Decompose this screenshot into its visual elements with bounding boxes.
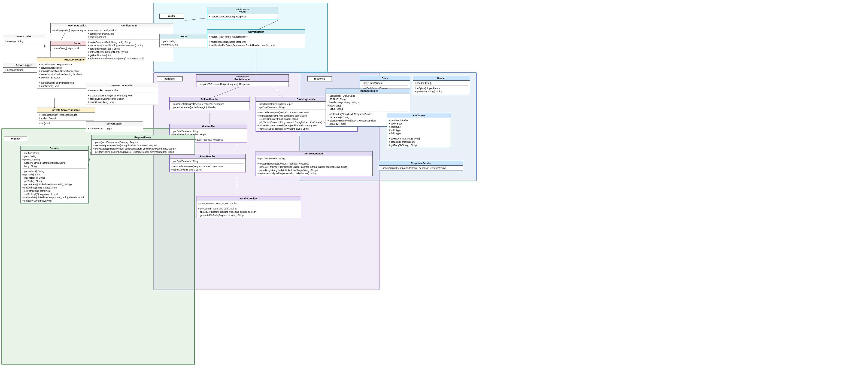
serverconnection-divider	[88, 93, 156, 93]
configuration-method-2: + setContentRootPath(String contentRootP…	[88, 44, 171, 47]
configuration-method-6: + validateArgsAndSetParams(String[] argu…	[88, 57, 171, 60]
configuration-method-4: + setPortNumber(int portNumber): void	[88, 51, 171, 54]
configuration-field-2: + contentRootPath: String	[88, 32, 171, 35]
response-field-2: + body: Body	[389, 122, 449, 125]
request-method-6: + setMethod(String method): void	[22, 186, 87, 189]
router-interface-header: <<interface>> Router	[207, 7, 278, 14]
handlershelper-method-1: + getContentType(String path): String	[198, 207, 299, 210]
serverconnection-method-2: + acceptClientConnection(): Socket	[88, 97, 156, 100]
routehandler-interface-box: <<interface>> RouteHandler + respondToRe…	[196, 74, 289, 87]
router-label-header: router	[160, 14, 184, 19]
request-method-7: + setPath(String path): void	[22, 189, 87, 192]
routehandler-stereotype: <<interface>>	[198, 75, 287, 78]
serverrunnable-header: private ServerRunnable	[37, 108, 95, 113]
requestparser-method-2: + createRequestFromLine(String firstLine…	[93, 144, 193, 147]
handlershelper-divider	[198, 206, 299, 207]
request-field-2: + path: String	[22, 155, 87, 158]
request-field-4: + headers: LinkedHashMap<String, String>	[22, 161, 87, 164]
handlershelper-method-2: + shouldBeAttachment(String type, long l…	[198, 210, 299, 214]
request-method-10: + setBody(String body): void	[22, 199, 87, 203]
responsebuilder-field-1: + StatusCode: StatusCode	[328, 94, 408, 97]
serverrouter-field-1: + routes: Map<Route, RouteHandler>	[209, 35, 303, 38]
requestparser-body: + parse(InputStream inputStream): Reques…	[92, 140, 194, 154]
request-method-5: + getHeaders(): LinkedHashMap<String, St…	[22, 183, 87, 186]
serverconnection-field-1: + serverSocket: ServerSocket	[88, 89, 156, 92]
serverconnection-body: + serverSocket: ServerSocket + createSer…	[86, 88, 158, 104]
statuscodes-body: + message: String	[3, 39, 45, 44]
request-field-5: + body: String	[22, 164, 87, 168]
header-divider	[415, 85, 468, 86]
response-method-1: + getHeadersToString(): byte[]	[389, 137, 449, 140]
configuration-divider	[88, 39, 171, 40]
request-label-box: request	[4, 136, 27, 142]
serverlogger-bottom-body: + serverLogger: Logger	[86, 126, 143, 131]
formhandler-header: FormHandler	[170, 154, 245, 159]
route-field-2: + method: String	[161, 43, 207, 46]
serverrouter-header: ServerRouter	[207, 30, 305, 34]
responsesender-box: ResponseSender + send(OutputStream outpu…	[379, 161, 463, 171]
formhandler-divider	[172, 163, 244, 164]
response-field-4: + field: type	[389, 129, 449, 132]
filehandler-field-1: + getDateTimeNow: String	[172, 130, 245, 133]
httpserverrunner-field-3: + serverConnection: ServerConnection	[39, 69, 111, 73]
router-stereotype: <<interface>>	[209, 8, 276, 10]
route-body: + path: String + method: String	[160, 39, 208, 47]
request-field-3: + protocol: String	[22, 158, 87, 161]
response-divider	[389, 136, 449, 136]
configuration-method-5: + getPortNumber(): int	[88, 54, 171, 57]
header-box: Header + header: byte[] + toBytes(): Inp…	[413, 76, 470, 94]
statuscodes-box: StatusCodes + message: String	[3, 34, 45, 44]
request-method-2: + getPath(): String	[22, 173, 87, 176]
responsebuilder-divider	[328, 111, 408, 112]
statuscodes-field-1: + message: String	[5, 40, 43, 43]
response-method-2: + getBody(): InputStream	[389, 140, 449, 144]
route-box: Route + path: String + method: String	[159, 34, 209, 48]
route-header: Route	[160, 34, 208, 39]
response-field-1: + headers: Header	[389, 119, 449, 122]
requestparser-method-3: + getHeaders(BufferedReader bufferedRead…	[93, 147, 193, 150]
handlershelper-header: HandlersHelper	[196, 196, 301, 201]
response-body: + headers: Header + body: Body + field: …	[387, 118, 451, 148]
serverrouter-method-1: + route(Request request): Response	[209, 40, 303, 43]
defaulthandler-method-1: + responseToRequest(Request request): Re…	[172, 102, 248, 106]
requestparser-header: RequestParser	[92, 135, 194, 140]
serverlogger-bottom-box: ServerLogger + serverLogger: Logger	[86, 121, 143, 131]
defaulthandler-method-2: + generateHeader(int bodyLength): Header	[172, 106, 248, 109]
serverconnection-box: ServerConnection + serverSocket: ServerS…	[86, 83, 158, 105]
formdatahandler-method-3: + parseBody(String body): LinkedHashMap<…	[257, 168, 371, 172]
router-interface-box: <<interface>> Router + route(Request req…	[207, 7, 278, 19]
request-body: + method: String + path: String + protoc…	[21, 151, 88, 203]
requestparser-method-1: + parse(InputStream inputStream): Reques…	[93, 141, 193, 144]
diagram-container: StatusCodes + message: String ServerLogg…	[0, 0, 868, 368]
router-interface-method-1: + route(Request request): Response	[209, 15, 276, 18]
formhandler-box: FormHandler + getDateTimeNow: String + r…	[169, 154, 246, 173]
responsebuilder-field-2: + STRING: String	[328, 97, 408, 101]
header-body: + header: byte[] + toBytes(): InputStrea…	[413, 81, 470, 94]
configuration-field-3: + portNumber: int	[88, 35, 171, 39]
request-method-9: + setHeaders(LinkedHashMap<String, Strin…	[22, 196, 87, 199]
defaulthandler-body: + responseToRequest(Request request): Re…	[170, 101, 250, 110]
defaulthandler-header: DefaultHandler	[170, 97, 250, 101]
handlershelper-body: + TEN_MEGABYTES_IN_BYTES: int + getConte…	[196, 201, 301, 218]
header-method-2: + getHeaderString(): String	[415, 90, 468, 93]
responsesender-method-1: + send(OutputStream outputStream, Respon…	[381, 166, 461, 170]
filehandler-header: FileHandler	[170, 124, 247, 129]
routehandler-interface-header: <<interface>> RouteHandler	[196, 74, 288, 82]
formdatahandler-header: FormDataHandler	[256, 151, 372, 156]
formdatahandler-divider	[257, 161, 371, 161]
formdatahandler-method-1: + respondToRequest(Request request): Res…	[257, 162, 371, 165]
serverrouter-body: + routes: Map<Route, RouteHandler> + rou…	[207, 34, 305, 48]
response-header: Response	[387, 113, 451, 118]
serverconnection-method-1: + createServerSocket(int portNumber): vo…	[88, 94, 156, 97]
httpserverrunner-field-2: + serverRouter: Router	[39, 66, 111, 69]
response-field-5: + field: type	[389, 132, 449, 135]
serverrouter-method-2: + setHandlerForRoute(Route route, RouteH…	[209, 43, 303, 47]
body-field-1: + body: InputStream	[362, 82, 408, 85]
serverrouter-divider	[209, 39, 303, 40]
httpserverrunner-field-1: + requestParser: RequestParser	[39, 63, 111, 66]
formdatahandler-method-4: + replacePlusSignWithSpace(String bodyEl…	[257, 172, 371, 175]
header-header: Header	[413, 76, 470, 81]
serverlogger-bottom-header: ServerLogger	[86, 121, 143, 126]
request-header: Request	[21, 146, 88, 151]
httpserverrunner-divider	[39, 80, 111, 81]
